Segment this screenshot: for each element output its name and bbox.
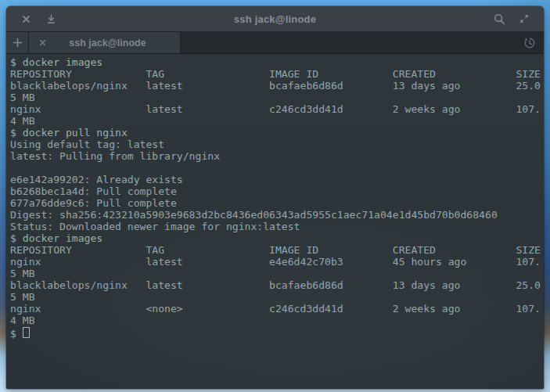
terminal-line: $ docker images	[10, 56, 544, 68]
terminal-line: 4 MB	[10, 115, 544, 127]
expand-button[interactable]	[514, 9, 534, 29]
tab-ssh-session[interactable]: ssh jack@linode	[29, 32, 181, 53]
download-button[interactable]	[41, 9, 61, 29]
terminal-line	[10, 162, 544, 174]
terminal-line: 4 MB	[10, 315, 544, 326]
terminal-line: nginx latest c246cd3dd41d 2 weeks ago 10…	[10, 103, 544, 115]
terminal-window: ssh jack@linode	[6, 6, 544, 389]
terminal-line: $ docker pull nginx	[10, 127, 544, 138]
terminal-line: blacklabelops/nginx latest bcafaeb6d86d …	[10, 279, 544, 291]
terminal-line: nginx latest e4e6d42c70b3 45 hours ago 1…	[10, 256, 544, 268]
terminal-line: 677a76dde9c6: Pull complete	[10, 197, 544, 209]
tabbar-spacer	[181, 32, 544, 53]
tabbar: ssh jack@linode	[6, 32, 544, 54]
tab-close-button[interactable]	[35, 36, 49, 50]
terminal-line: 5 MB	[10, 92, 544, 103]
terminal-line: Using default tag: latest	[10, 138, 544, 150]
terminal-cursor	[23, 327, 30, 338]
download-icon	[46, 14, 56, 24]
terminal-line: 5 MB	[10, 291, 544, 303]
tab-label: ssh jack@linode	[49, 38, 174, 49]
history-button[interactable]	[522, 35, 537, 51]
terminal-line: nginx <none> c246cd3dd41d 2 weeks ago 10…	[10, 303, 544, 315]
terminal-line: REPOSITORY TAG IMAGE ID CREATED SIZE	[10, 68, 544, 80]
search-icon	[494, 13, 505, 25]
plus-icon	[13, 38, 23, 48]
titlebar: ssh jack@linode	[6, 6, 544, 32]
terminal-screen[interactable]: $ docker imagesREPOSITORY TAG IMAGE ID C…	[6, 54, 544, 389]
terminal-line: 5 MB	[10, 268, 544, 279]
terminal-line: Status: Downloaded newer image for nginx…	[10, 221, 544, 232]
terminal-line: Digest: sha256:423210a5903e9683d2bc8436e…	[10, 209, 544, 221]
new-tab-button[interactable]	[6, 32, 29, 53]
terminal-line: blacklabelops/nginx latest bcafaeb6d86d …	[10, 80, 544, 92]
search-button[interactable]	[489, 9, 509, 29]
terminal-line: latest: Pulling from library/nginx	[10, 150, 544, 162]
close-button[interactable]	[16, 9, 36, 29]
terminal-line: b6268bec1a4d: Pull complete	[10, 185, 544, 197]
close-icon	[22, 15, 31, 23]
terminal-line: $ docker images	[10, 232, 544, 244]
terminal-line: REPOSITORY TAG IMAGE ID CREATED SIZE	[10, 244, 544, 256]
expand-icon	[519, 13, 530, 24]
window-title: ssh jack@linode	[61, 13, 489, 25]
close-icon	[39, 39, 46, 46]
terminal-line: e6e142a99202: Already exists	[10, 174, 544, 185]
terminal-line: $	[10, 326, 544, 338]
history-icon	[523, 37, 536, 49]
